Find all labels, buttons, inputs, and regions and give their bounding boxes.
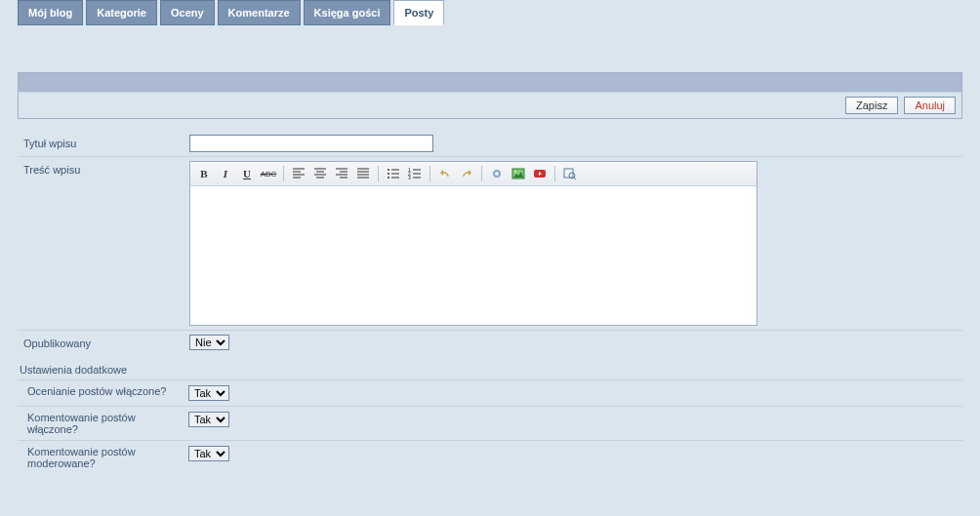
comments-enabled-label: Komentowanie postów włączone?: [27, 412, 188, 435]
italic-icon[interactable]: I: [217, 165, 234, 182]
title-input[interactable]: [189, 135, 433, 152]
editor-toolbar: B I U ABC 123: [190, 162, 756, 186]
published-select[interactable]: Nie: [189, 335, 229, 350]
align-right-icon[interactable]: [333, 165, 350, 182]
tab-kategorie[interactable]: Kategorie: [86, 0, 157, 25]
align-center-icon[interactable]: [311, 165, 329, 182]
align-justify-icon[interactable]: [354, 165, 372, 182]
svg-text:3: 3: [408, 175, 411, 180]
bold-icon[interactable]: B: [195, 165, 213, 182]
svg-point-2: [388, 177, 389, 179]
published-label: Opublikowany: [23, 335, 189, 349]
additional-settings-header: Ustawienia dodatkowe: [18, 354, 962, 379]
additional-settings: Ocenianie postów włączone? Tak Komentowa…: [18, 379, 962, 474]
svg-point-1: [388, 173, 389, 175]
image-icon[interactable]: [510, 165, 527, 182]
rating-enabled-select[interactable]: Tak: [188, 385, 229, 401]
undo-icon[interactable]: [436, 165, 454, 182]
title-label: Tytuł wpisu: [23, 135, 189, 149]
save-button[interactable]: Zapisz: [845, 97, 898, 114]
separator: [378, 166, 379, 181]
strikethrough-icon[interactable]: ABC: [260, 165, 277, 182]
rating-enabled-label: Ocenianie postów włączone?: [27, 385, 188, 397]
form: Tytuł wpisu Treść wpisu B I U ABC: [18, 131, 962, 354]
youtube-icon[interactable]: [531, 165, 549, 182]
tab-posty[interactable]: Posty: [393, 0, 444, 25]
redo-icon[interactable]: [458, 165, 475, 182]
preview-icon[interactable]: [561, 165, 579, 182]
tab-komentarze[interactable]: Komentarze: [218, 0, 301, 25]
content-label: Treść wpisu: [23, 161, 189, 176]
unordered-list-icon[interactable]: [385, 165, 402, 182]
rich-text-editor: B I U ABC 123: [189, 161, 757, 326]
separator: [554, 166, 555, 181]
action-bar: Zapisz Anuluj: [18, 92, 962, 119]
tabs: Mój blog Kategorie Oceny Komentarze Księ…: [18, 0, 962, 25]
separator: [481, 166, 482, 181]
align-left-icon[interactable]: [290, 165, 307, 182]
tab-oceny[interactable]: Oceny: [160, 0, 215, 25]
tab-moj-blog[interactable]: Mój blog: [18, 0, 83, 25]
svg-point-7: [514, 171, 516, 173]
editor-textarea[interactable]: [190, 186, 756, 325]
underline-icon[interactable]: U: [238, 165, 256, 182]
svg-point-0: [388, 169, 389, 171]
cancel-button[interactable]: Anuluj: [904, 97, 956, 114]
header-bar: [18, 72, 962, 92]
comments-moderated-label: Komentowanie postów moderowane?: [27, 446, 188, 469]
comments-moderated-select[interactable]: Tak: [188, 446, 229, 461]
separator: [429, 166, 430, 181]
comments-enabled-select[interactable]: Tak: [188, 412, 229, 427]
separator: [283, 166, 284, 181]
tab-ksiega-gosci[interactable]: Księga gości: [304, 0, 391, 25]
ordered-list-icon[interactable]: 123: [406, 165, 424, 182]
link-icon[interactable]: [488, 165, 506, 182]
